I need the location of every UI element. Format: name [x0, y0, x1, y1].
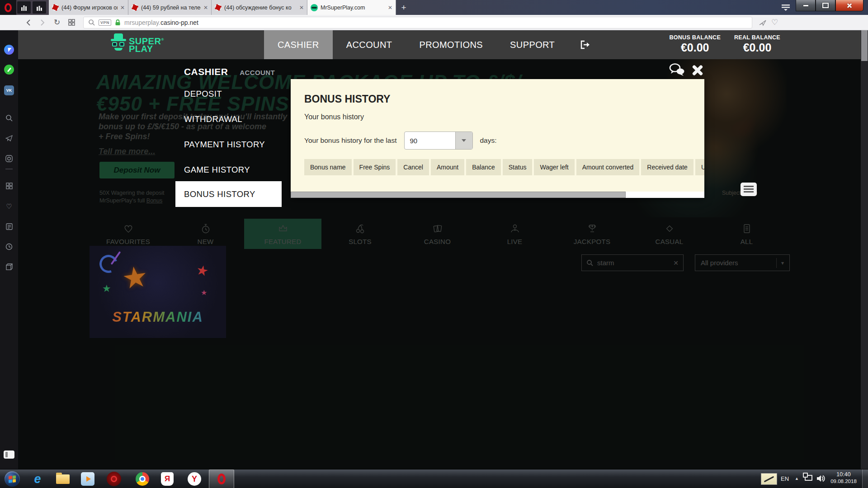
taskbar-media-player[interactable] [79, 471, 96, 487]
taskbar-clock[interactable]: 10:40 09.08.2018 [827, 471, 860, 484]
modal-subtitle: Your bonus history [304, 113, 364, 121]
modal-close-button[interactable] [692, 64, 703, 76]
sidebar-panel-toggle[interactable] [4, 450, 14, 459]
clock-time: 10:40 [827, 471, 860, 478]
col-status[interactable]: Status [503, 159, 533, 175]
pinned-tab-2[interactable] [33, 1, 46, 14]
nav-cashier[interactable]: CASHIER [264, 30, 333, 59]
messenger-icon[interactable] [4, 45, 14, 55]
col-free-spins[interactable]: Free Spins [354, 159, 396, 175]
tray-expand-icon[interactable]: ▲ [795, 476, 799, 481]
browser-tab-1[interactable]: (44) Форум игроков онла ✕ [49, 0, 128, 15]
tablet-input-icon[interactable] [761, 473, 777, 485]
show-desktop-button[interactable] [862, 469, 868, 488]
share-icon[interactable] [759, 19, 767, 26]
live-chat-button[interactable] [668, 63, 686, 78]
folder-icon [56, 474, 70, 484]
vpn-badge[interactable]: VPN [99, 19, 111, 26]
menu-item-game-history[interactable]: GAME HISTORY [175, 162, 282, 178]
vk-icon[interactable]: VK [4, 85, 14, 95]
close-icon [846, 2, 853, 9]
taskbar-explorer[interactable] [54, 471, 71, 487]
real-balance: REAL BALANCE €0.00 [734, 34, 780, 54]
reload-button[interactable]: ↻ [50, 18, 64, 27]
days-select-value: 90 [405, 132, 455, 149]
nav-promotions[interactable]: PROMOTIONS [406, 30, 496, 59]
telegram-icon[interactable] [4, 133, 14, 143]
page-scrollbar[interactable] [861, 30, 868, 469]
filter-suffix: days: [480, 136, 497, 145]
taskbar-internet-explorer[interactable]: e [29, 471, 46, 487]
modal-title: BONUS HISTORY [304, 93, 390, 105]
nav-account[interactable]: ACCOUNT [333, 30, 406, 59]
forward-button[interactable] [35, 19, 50, 26]
menu-item-deposit[interactable]: DEPOSIT [175, 86, 282, 102]
menu-item-bonus-history-selected[interactable]: BONUS HISTORY [175, 181, 282, 207]
pinned-tab-1[interactable] [17, 1, 31, 14]
opera-menu-button[interactable] [0, 0, 16, 15]
logo-reg: ® [161, 38, 164, 42]
speed-dial-sidebar-icon[interactable] [4, 181, 14, 191]
tab-close-icon[interactable]: ✕ [388, 5, 392, 11]
casino-chip-favicon [52, 4, 59, 11]
taskbar-yandex[interactable]: Y [186, 471, 203, 487]
bookmark-heart-icon[interactable]: ♡ [771, 18, 778, 27]
casino-chip-favicon [215, 4, 222, 11]
language-indicator[interactable]: EN [781, 475, 789, 482]
tab-menu-button[interactable] [776, 0, 796, 15]
whatsapp-icon[interactable] [4, 65, 14, 75]
maximize-button[interactable] [816, 0, 835, 11]
menu-tab-account[interactable]: ACCOUNT [240, 69, 275, 76]
back-button[interactable] [21, 19, 35, 26]
close-window-button[interactable] [835, 0, 863, 11]
chrome-icon [136, 472, 149, 486]
taskbar-yandex-browser[interactable]: Я [159, 471, 176, 487]
browser-tab-active[interactable]: MrSuperPlay.com ✕ [307, 0, 396, 15]
col-bonus-name[interactable]: Bonus name [304, 159, 352, 175]
sidebar-search-icon[interactable] [4, 113, 14, 123]
tab-title: MrSuperPlay.com [321, 5, 385, 11]
col-received-date[interactable]: Received date [641, 159, 693, 175]
col-balance[interactable]: Balance [466, 159, 501, 175]
menu-item-payment-history[interactable]: PAYMENT HISTORY [175, 137, 282, 152]
background-widget-icon [741, 183, 757, 196]
tab-close-icon[interactable]: ✕ [203, 5, 208, 11]
browser-tab-bar: (44) Форум игроков онла ✕ (44) 59 рублей… [0, 0, 868, 15]
taskbar-casino-app[interactable] [105, 471, 123, 487]
new-tab-button[interactable]: + [396, 0, 411, 15]
days-select[interactable]: 90 [404, 131, 473, 150]
bookmarks-heart-icon[interactable]: ♡ [4, 202, 14, 211]
browser-tab-3[interactable]: (44) обсуждение бонус ко ✕ [212, 0, 307, 15]
extensions-cube-icon[interactable] [4, 262, 14, 272]
volume-icon[interactable] [816, 474, 825, 483]
start-button[interactable] [4, 471, 21, 487]
logout-button[interactable] [568, 30, 603, 59]
menu-item-withdrawal[interactable]: WITHDRAWAL [175, 112, 282, 127]
col-cancel[interactable]: Cancel [397, 159, 429, 175]
instagram-icon[interactable] [4, 154, 14, 164]
nav-support[interactable]: SUPPORT [496, 30, 568, 59]
table-horizontal-scrollbar[interactable] [291, 192, 704, 198]
yandex-browser-icon: Я [161, 472, 174, 486]
scrollbar-thumb[interactable] [291, 192, 626, 198]
taskbar-opera-active[interactable] [209, 469, 234, 488]
col-updated-date[interactable]: Updated date [695, 159, 704, 175]
network-icon[interactable] [805, 475, 812, 481]
tab-close-icon[interactable]: ✕ [299, 5, 304, 11]
menu-tab-cashier[interactable]: CASHIER [184, 66, 228, 77]
history-clock-icon[interactable] [4, 242, 14, 252]
col-amount[interactable]: Amount [431, 159, 464, 175]
superplay-logo[interactable]: SUPER® PLAY [111, 33, 164, 55]
taskbar-chrome[interactable] [134, 471, 151, 487]
col-wager-left[interactable]: Wager left [534, 159, 574, 175]
address-bar: ↻ VPN mrsuperplay.casino-pp.net ♡ [0, 15, 868, 30]
news-icon[interactable] [4, 221, 14, 231]
minimize-button[interactable] [796, 0, 816, 11]
page-scrollbar-thumb[interactable] [861, 30, 868, 61]
speed-dial-button[interactable] [64, 19, 79, 26]
url-field[interactable]: VPN mrsuperplay.casino-pp.net [83, 17, 752, 28]
col-amount-converted[interactable]: Amount converted [576, 159, 640, 175]
browser-tab-2[interactable]: (44) 59 рублей на телефо ✕ [128, 0, 212, 15]
tab-close-icon[interactable]: ✕ [120, 5, 125, 11]
game-tile-starmania[interactable]: ★ ★ ★ ★ STARMANIA [90, 246, 226, 338]
